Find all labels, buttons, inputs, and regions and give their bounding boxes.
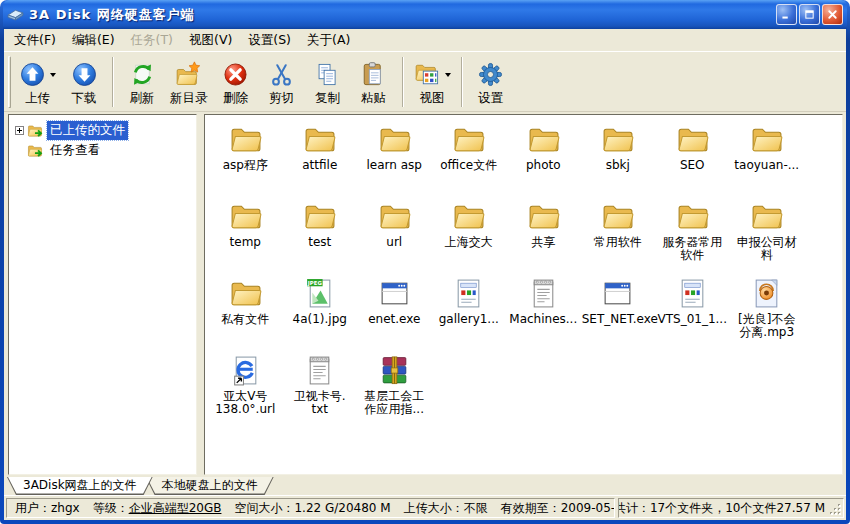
- menu-task[interactable]: 任务(T): [123, 29, 181, 52]
- file-item-label: url: [386, 236, 402, 249]
- toolbar-button-download[interactable]: 下载: [61, 54, 107, 110]
- file-item[interactable]: sbkj: [581, 118, 656, 195]
- folder-go-icon: [27, 142, 44, 159]
- file-item[interactable]: 上海交大: [432, 195, 507, 272]
- file-item-label: 私有文件: [221, 313, 269, 326]
- html-icon: [676, 277, 709, 310]
- file-item-label: office文件: [440, 159, 497, 172]
- file-item-label: enet.exe: [368, 313, 420, 326]
- maximize-button[interactable]: [799, 4, 820, 25]
- summary-text: 共计：17个文件夹，10个文件27.57 M: [618, 500, 825, 517]
- file-item-label: sbkj: [606, 159, 630, 172]
- file-item-label: test: [308, 236, 331, 249]
- file-item[interactable]: 服务器常用 软件: [655, 195, 730, 272]
- folder-icon: [601, 123, 634, 156]
- file-item[interactable]: SEO: [655, 118, 730, 195]
- main-content: 已上传的文件 任务查看 asp程序 attfile: [4, 112, 846, 477]
- file-item-label: 基层工会工 作应用指...: [364, 390, 424, 416]
- folder-tree: 已上传的文件 任务查看: [8, 114, 197, 475]
- resize-grip-icon[interactable]: [828, 502, 841, 515]
- html-icon: [452, 277, 485, 310]
- refresh-icon: [129, 61, 156, 88]
- file-item[interactable]: taoyuan-...: [730, 118, 805, 195]
- file-item[interactable]: temp: [208, 195, 283, 272]
- file-item[interactable]: test: [283, 195, 358, 272]
- url-icon: [229, 354, 262, 387]
- toolbar-separator: [402, 57, 404, 107]
- file-item[interactable]: learn asp: [357, 118, 432, 195]
- file-item-label: learn asp: [367, 159, 422, 172]
- file-item[interactable]: enet.exe: [357, 272, 432, 349]
- max-icon: [803, 8, 816, 21]
- upload-icon: [19, 61, 46, 88]
- file-item[interactable]: asp程序: [208, 118, 283, 195]
- toolbar-button-label: 视图: [420, 91, 445, 105]
- file-item[interactable]: photo: [506, 118, 581, 195]
- file-item[interactable]: 常用软件: [581, 195, 656, 272]
- status-summary: 共计：17个文件夹，10个文件27.57 M: [618, 498, 844, 518]
- menubar: 文件(F) 编辑(E) 任务(T) 视图(V) 设置(S) 关于(A): [4, 29, 846, 51]
- file-item[interactable]: 申报公司材 料: [730, 195, 805, 272]
- folder-go-icon: [27, 122, 44, 139]
- file-item[interactable]: gallery1...: [432, 272, 507, 349]
- folder-icon: [303, 200, 336, 233]
- file-item[interactable]: attfile: [283, 118, 358, 195]
- file-item-label: Machines...: [509, 313, 577, 326]
- toolbar-button-new-folder[interactable]: 新目录: [165, 54, 213, 110]
- file-item[interactable]: office文件: [432, 118, 507, 195]
- titlebar: 3A Disk 网络硬盘客户端: [3, 0, 847, 29]
- menu-settings[interactable]: 设置(S): [240, 29, 299, 52]
- toolbar-button-cut[interactable]: 剪切: [259, 54, 305, 110]
- toolbar-button-upload[interactable]: 上传: [14, 54, 61, 110]
- toolbar-button-label: 下载: [72, 91, 97, 105]
- toolbar-gripper[interactable]: [8, 56, 11, 108]
- folder-icon: [601, 200, 634, 233]
- toolbar-button-settings[interactable]: 设置: [468, 54, 514, 110]
- toolbar-button-refresh[interactable]: 刷新: [119, 54, 165, 110]
- toolbar-button-paste[interactable]: 粘贴: [351, 54, 397, 110]
- toolbar-button-label: 复制: [315, 91, 340, 105]
- app-window: 3A Disk 网络硬盘客户端 文件(F) 编辑(E) 任务(T) 视图(: [0, 0, 850, 524]
- tab-local-files[interactable]: 本地硬盘上的文件: [146, 477, 274, 495]
- status-segment: 等级：企业高端型20GB: [93, 500, 222, 517]
- mp3-icon: [750, 277, 783, 310]
- expand-plus-icon[interactable]: [15, 126, 24, 135]
- toolbar-buttons: 上传 下载 刷新 新目录 删除: [14, 54, 514, 109]
- status-segment: 有效期至：2009-05-29: [501, 500, 615, 517]
- tree-item-task-view[interactable]: 任务查看: [11, 140, 194, 160]
- menu-view[interactable]: 视图(V): [181, 29, 240, 52]
- toolbar-button-copy[interactable]: 复制: [305, 54, 351, 110]
- toolbar-button-delete[interactable]: 删除: [213, 54, 259, 110]
- file-item-label: asp程序: [223, 159, 268, 172]
- file-item-label: 申报公司材 料: [737, 236, 797, 262]
- toolbar-button-label: 粘贴: [361, 91, 386, 105]
- status-segment: 上传大小：不限: [404, 500, 488, 517]
- file-item[interactable]: Machines...: [506, 272, 581, 349]
- file-item[interactable]: 共享: [506, 195, 581, 272]
- close-button[interactable]: [822, 4, 843, 25]
- file-item[interactable]: 私有文件: [208, 272, 283, 349]
- view-icon: [414, 61, 441, 88]
- toolbar-button-view[interactable]: 视图: [409, 54, 456, 110]
- file-item[interactable]: url: [357, 195, 432, 272]
- file-item[interactable]: SET_NET.exe: [581, 272, 656, 349]
- file-item[interactable]: 亚太V号 138.0°.url: [208, 349, 283, 426]
- file-item-label: taoyuan-...: [734, 159, 799, 172]
- file-item[interactable]: [光良]不会 分离.mp3: [730, 272, 805, 349]
- menu-edit[interactable]: 编辑(E): [64, 29, 123, 52]
- menu-about[interactable]: 关于(A): [299, 29, 358, 52]
- cut-icon: [268, 61, 295, 88]
- file-item[interactable]: 卫视卡号. txt: [283, 349, 358, 426]
- file-item-label: 常用软件: [594, 236, 642, 249]
- file-item[interactable]: 基层工会工 作应用指...: [357, 349, 432, 426]
- toolbar-separator: [461, 57, 463, 107]
- tree-item-label: 已上传的文件: [47, 121, 128, 140]
- tree-item-uploaded-files[interactable]: 已上传的文件: [11, 120, 194, 140]
- file-item-label: photo: [526, 159, 561, 172]
- menu-file[interactable]: 文件(F): [6, 29, 64, 52]
- minimize-button[interactable]: [776, 4, 797, 25]
- folder-icon: [676, 123, 709, 156]
- file-item[interactable]: 4a(1).jpg: [283, 272, 358, 349]
- tab-3adisk-files[interactable]: 3ADisk网盘上的文件: [7, 477, 153, 495]
- file-item[interactable]: VTS_01_1...: [655, 272, 730, 349]
